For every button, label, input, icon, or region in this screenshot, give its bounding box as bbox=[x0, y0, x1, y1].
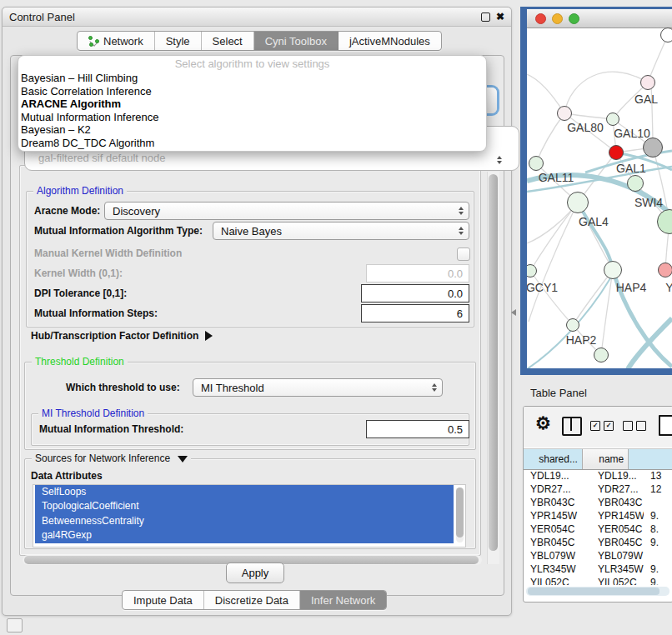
column-header-shared-name[interactable]: shared... bbox=[524, 449, 583, 469]
hub-definition-toggle[interactable]: Hub/Transcription Factor Definition bbox=[31, 330, 213, 342]
table-horizontal-scrollbar[interactable] bbox=[526, 587, 669, 596]
minimize-traffic-light-icon[interactable] bbox=[552, 13, 563, 24]
sources-toggle[interactable]: Sources for Network Inference bbox=[32, 452, 191, 464]
mi-threshold-field[interactable]: 0.5 bbox=[366, 420, 469, 438]
new-table-icon[interactable] bbox=[659, 415, 672, 436]
panel-splitter-handle[interactable] bbox=[511, 309, 516, 316]
algorithm-option[interactable]: ARACNE Algorithm bbox=[18, 98, 486, 111]
tab-style[interactable]: Style bbox=[155, 32, 202, 50]
network-node[interactable] bbox=[640, 75, 655, 90]
network-node[interactable] bbox=[567, 192, 589, 213]
manual-kernel-checkbox[interactable] bbox=[457, 248, 470, 261]
minimized-panel-icon[interactable] bbox=[7, 618, 23, 632]
network-node[interactable] bbox=[524, 264, 537, 278]
aracne-mode-combo[interactable]: Discovery bbox=[104, 202, 469, 220]
zoom-traffic-light-icon[interactable] bbox=[569, 13, 579, 24]
node-label: GCY1 bbox=[526, 281, 558, 294]
tab-select[interactable]: Select bbox=[202, 32, 254, 50]
network-node[interactable] bbox=[606, 112, 619, 126]
node-label: GAL bbox=[634, 92, 658, 106]
table-row[interactable]: YBR045C YBR045C 9. bbox=[524, 536, 672, 549]
network-icon bbox=[88, 36, 99, 47]
attribute-item[interactable]: gal4RGexp bbox=[35, 528, 454, 542]
algorithm-option[interactable]: Dream8 DC_TDC Algorithm bbox=[18, 137, 486, 150]
deselect-all-columns-icon[interactable] bbox=[623, 421, 646, 431]
popup-placeholder: Select algorithm to view settings bbox=[18, 56, 486, 72]
tab-infer-network[interactable]: Infer Network bbox=[300, 591, 386, 609]
network-node[interactable] bbox=[594, 348, 609, 362]
network-canvas[interactable]: GALGAL80GAL10GAL1SWI4GAL11GAL4GCY1HAP4YH… bbox=[527, 28, 672, 369]
select-all-columns-icon[interactable]: ✓✓ bbox=[590, 421, 614, 431]
mi-steps-field[interactable]: 6 bbox=[361, 304, 469, 322]
mi-type-combo[interactable]: Naive Bayes bbox=[213, 222, 469, 240]
close-icon[interactable]: ✖ bbox=[496, 12, 504, 21]
data-attributes-list[interactable]: SelfLoopsTopologicalCoefficientBetweenne… bbox=[33, 484, 466, 548]
kernel-width-field[interactable]: 0.0 bbox=[366, 264, 469, 282]
table-row[interactable]: YDL19... YDL19... 13 bbox=[524, 469, 672, 482]
mi-threshold-label: Mutual Information Threshold: bbox=[39, 423, 183, 435]
tab-network[interactable]: Network bbox=[78, 32, 155, 50]
apply-button[interactable]: Apply bbox=[226, 562, 284, 583]
group-title: MI Threshold Definition bbox=[38, 408, 148, 419]
table-row[interactable]: YBR043C YBR043C bbox=[524, 496, 672, 509]
desktop: { "colors": { "accent-blue": "#3d6cc4", … bbox=[0, 0, 672, 635]
network-node[interactable] bbox=[660, 28, 672, 42]
table-row[interactable]: YLR345W YLR345W 9. bbox=[524, 562, 672, 576]
network-node[interactable] bbox=[557, 106, 572, 121]
network-node[interactable] bbox=[529, 156, 544, 171]
table-row[interactable]: YIL052C YIL052C 9. bbox=[524, 576, 672, 585]
bottom-tabstrip: Impute Data Discretize Data Infer Networ… bbox=[122, 590, 387, 610]
gear-icon[interactable]: ⚙ bbox=[535, 413, 551, 433]
aracne-mode-label: Aracne Mode: bbox=[34, 205, 100, 217]
settings-vertical-scrollbar[interactable] bbox=[487, 172, 499, 564]
algorithm-option[interactable]: Mutual Information Inference bbox=[18, 111, 486, 124]
algorithm-option[interactable]: Bayesian – Hill Climbing bbox=[18, 72, 486, 85]
dpi-tolerance-field[interactable]: 0.0 bbox=[361, 284, 469, 302]
group-title: Algorithm Definition bbox=[33, 185, 127, 197]
table-row[interactable]: YPR145W YPR145W 9. bbox=[524, 509, 672, 522]
network-window-titlebar[interactable] bbox=[527, 9, 672, 28]
table-toolbar: ⚙ ✓✓ bbox=[524, 407, 672, 448]
node-label: Y bbox=[665, 281, 672, 294]
table-row[interactable]: YDR27... YDR27... 12 bbox=[524, 482, 672, 496]
which-threshold-combo[interactable]: MI Threshold bbox=[193, 378, 443, 397]
close-traffic-light-icon[interactable] bbox=[535, 13, 546, 24]
hub-definition-label: Hub/Transcription Factor Definition bbox=[31, 330, 198, 342]
split-columns-icon[interactable] bbox=[562, 417, 582, 436]
network-node[interactable] bbox=[604, 261, 622, 279]
table-panel-title: Table Panel bbox=[530, 387, 587, 399]
network-node[interactable] bbox=[658, 262, 672, 278]
column-header-name[interactable]: name bbox=[583, 449, 629, 469]
node-label: HAP2 bbox=[566, 333, 597, 347]
network-node[interactable] bbox=[609, 145, 624, 160]
tab-jactivemnodules[interactable]: jActiveMNodules bbox=[339, 32, 441, 50]
tab-impute-data[interactable]: Impute Data bbox=[123, 591, 204, 609]
mi-type-label: Mutual Information Algorithm Type: bbox=[34, 225, 203, 237]
table-row[interactable]: YBL079W YBL079W bbox=[524, 549, 672, 562]
algorithm-option[interactable]: Bayesian – K2 bbox=[18, 123, 486, 137]
algorithm-option[interactable]: Basic Correlation Inference bbox=[18, 85, 486, 98]
attribute-item[interactable]: BetweennessCentrality bbox=[35, 514, 454, 528]
node-label: HAP4 bbox=[616, 281, 647, 294]
attribute-item[interactable]: TopologicalCoefficient bbox=[35, 499, 454, 513]
tab-cyni-toolbox[interactable]: Cyni Toolbox bbox=[254, 32, 339, 50]
control-panel-titlebar[interactable]: Control Panel ✖ bbox=[3, 8, 511, 27]
data-attributes-label: Data Attributes bbox=[31, 470, 103, 482]
combo-arrows-icon bbox=[459, 227, 464, 235]
table-row[interactable]: YER054C YER054C 8. bbox=[524, 522, 672, 536]
node-label: GAL10 bbox=[614, 127, 650, 140]
node-label: GAL1 bbox=[616, 162, 646, 175]
table-header-row: shared... name A bbox=[524, 448, 672, 470]
float-window-icon[interactable] bbox=[481, 12, 490, 22]
attribute-item[interactable]: SelfLoops bbox=[35, 485, 454, 499]
list-vertical-scrollbar[interactable] bbox=[456, 488, 464, 542]
which-threshold-label: Which threshold to use: bbox=[66, 382, 180, 393]
tab-discretize-data[interactable]: Discretize Data bbox=[204, 591, 300, 609]
network-node[interactable] bbox=[566, 318, 579, 332]
network-node[interactable] bbox=[627, 175, 644, 192]
network-node[interactable] bbox=[643, 138, 663, 158]
combo-arrows-icon bbox=[497, 156, 502, 164]
column-header-partial[interactable]: A bbox=[629, 449, 672, 469]
node-label: GAL11 bbox=[539, 171, 574, 184]
mi-steps-label: Mutual Information Steps: bbox=[34, 308, 158, 319]
